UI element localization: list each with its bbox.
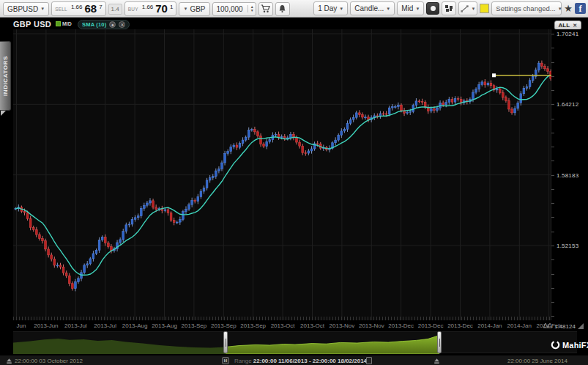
mid-color-swatch [56, 21, 61, 26]
price-mode-select[interactable]: Mid ▼ [397, 1, 424, 15]
currency-label: GBP [190, 5, 205, 13]
status-bar: 22:00:00 03 October 2012 H Range 22:00:0… [0, 355, 588, 365]
price-chart[interactable] [13, 29, 551, 320]
spread-value: 1.4 [108, 4, 122, 15]
close-icon: ✕ [573, 23, 577, 29]
y-axis-tick [551, 274, 554, 275]
buy-button[interactable]: BUY 1.66 70 1 [124, 1, 177, 16]
trendline-tool-button[interactable]: ▼ [458, 1, 477, 15]
alerts-button[interactable] [275, 2, 290, 16]
snapshot-button[interactable] [426, 2, 439, 15]
y-axis-tick [551, 175, 554, 176]
y-axis-tick [551, 189, 554, 190]
price-mode-label: Mid [401, 4, 413, 12]
range-handle-right[interactable] [437, 331, 442, 353]
chevron-down-icon: ▼ [558, 7, 562, 11]
sell-button[interactable]: SELL 1.66 68 7 [51, 1, 105, 16]
x-axis-label: 2013-Aug [152, 322, 177, 329]
y-axis-label: 1.70241 [557, 31, 578, 37]
candlestick-plot [13, 29, 551, 320]
x-axis-label: 2013-Dec [388, 322, 414, 329]
buy-price-big: 70 [155, 2, 168, 15]
overview-end-time: 22:00:00 25 June 2014 [507, 358, 567, 364]
mahifx-trading-app: { "toolbar": { "instrument_select": "GBP… [0, 0, 588, 365]
settings-select[interactable]: Settings changed... ▼ [491, 1, 562, 15]
range-end-marker-icon [433, 358, 440, 364]
sma-indicator-badge[interactable]: SMA (10) ● ✕ [78, 20, 130, 29]
mahifx-logo-icon [551, 340, 560, 350]
x-axis-label: 2013-Sep [182, 322, 207, 329]
amount-value: 100,000 [217, 5, 243, 13]
y-axis-tick [551, 48, 554, 48]
sell-price-sup: 7 [99, 4, 102, 10]
y-axis-label: 1.52153 [557, 243, 578, 249]
buy-price-small: 1.66 [142, 4, 154, 10]
y-axis-tick [551, 147, 554, 147]
y-axis-tick [551, 203, 554, 204]
sma-label: SMA (10) [82, 21, 106, 28]
interval-select[interactable]: 1 Day ▼ [313, 1, 348, 15]
order-cart-button[interactable] [258, 2, 273, 16]
facebook-icon[interactable]: f [575, 3, 586, 14]
range-readout: Range 22:00:00 11/06/2013 - 22:00:00 18/… [234, 358, 367, 364]
amount-stepper-arrows[interactable]: ▲ ▼ [248, 5, 254, 12]
overview-strip[interactable] [13, 331, 577, 353]
sell-price-big: 68 [84, 2, 97, 15]
overview-area-chart [13, 332, 577, 354]
sma-close-button[interactable]: ✕ [119, 21, 125, 28]
y-axis-tick [551, 302, 554, 303]
indicators-tab-fold [1, 111, 6, 116]
grid-layout-icon [445, 5, 453, 12]
instrument-label: GBPUSD [7, 5, 38, 13]
page-title: GBP USD [13, 20, 51, 29]
indicators-tab[interactable]: INDICATORS [0, 41, 11, 111]
x-axis-label: 2013-Sep [211, 322, 237, 329]
chevron-down-icon: ▼ [183, 7, 187, 11]
buy-label: BUY [128, 7, 138, 12]
sma-settings-button[interactable]: ● [109, 21, 116, 28]
x-axis-label: 2013-Dec [447, 322, 473, 329]
x-axis-label: 2014-Jan [507, 322, 532, 329]
y-axis[interactable]: 1.702411.642121.581831.52153 [551, 29, 588, 320]
y-axis-tick [551, 161, 554, 161]
interval-label: 1 Day [318, 4, 337, 12]
brand-logo: MahiFX ™ [551, 340, 588, 350]
y-axis-tick [551, 90, 554, 91]
layout-button[interactable] [442, 1, 456, 15]
y-axis-tick [551, 104, 554, 105]
snapshot-icon [431, 6, 436, 11]
y-axis-tick [551, 62, 554, 63]
favorite-star-icon[interactable]: ★ [564, 4, 573, 13]
x-axis-label: 2013-Oct [271, 322, 295, 329]
y-axis-tick [551, 232, 554, 232]
resize-handle[interactable] [578, 323, 584, 329]
cart-icon [261, 4, 270, 13]
chevron-down-icon: ▼ [386, 7, 390, 11]
color-swatch-button[interactable] [480, 4, 489, 13]
amount-stepper[interactable]: 100,000 ▲ ▼ [212, 2, 256, 16]
y-axis-tick [551, 246, 554, 246]
chart-type-select[interactable]: Candle... ▼ [350, 1, 395, 15]
x-axis-label: 2013-Oct [300, 322, 324, 329]
x-axis-label: 2013-Jun [34, 322, 58, 329]
mid-badge: MID [56, 21, 72, 26]
range-lock-button[interactable]: H [222, 357, 229, 364]
settings-label: Settings changed... [496, 4, 555, 12]
x-axis-label: 2013-Jul [64, 322, 87, 329]
step-down-icon[interactable]: ▼ [250, 9, 254, 12]
trendline-icon [461, 4, 469, 13]
gridlines [13, 29, 551, 320]
instrument-select[interactable]: GBPUSD ▼ [3, 2, 49, 16]
x-axis-label: 2013-Jul [94, 322, 116, 329]
currency-select[interactable]: ▼ GBP [179, 2, 209, 16]
trade-marker[interactable] [492, 73, 496, 77]
x-axis-label: 2014-Jan [477, 322, 502, 329]
calendar-icon[interactable] [366, 357, 372, 364]
chart-type-label: Candle... [354, 4, 384, 12]
x-axis-label: Jun [17, 322, 26, 329]
x-axis[interactable]: 1.48124 Jun2013-Jun2013-Jul2013-Jul2013-… [0, 320, 588, 331]
range-handle-left[interactable] [223, 331, 228, 353]
bell-icon [278, 4, 286, 13]
x-axis-label: 2013-Aug [122, 322, 148, 329]
x-axis-label: 2013-Dec [418, 322, 444, 329]
